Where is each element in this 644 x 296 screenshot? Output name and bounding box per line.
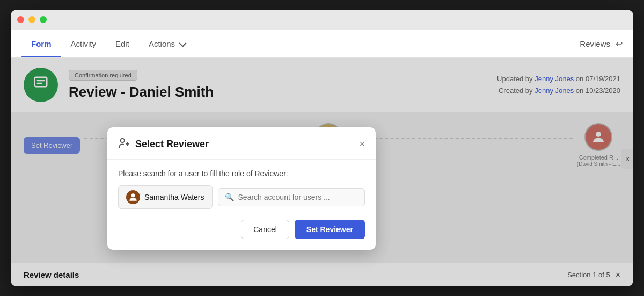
nav-tabs: Form Activity Edit Actions <box>21 30 194 57</box>
tab-actions[interactable]: Actions <box>139 30 194 57</box>
modal-footer: Cancel Set Reviewer <box>118 220 365 239</box>
chevron-down-icon <box>179 39 186 47</box>
reviews-label: Reviews <box>580 39 610 48</box>
minimize-button[interactable] <box>28 16 35 23</box>
modal-inputs: Samantha Waters 🔍 <box>118 185 365 209</box>
svg-point-8 <box>131 193 135 197</box>
nav-bar: Form Activity Edit Actions Reviews ↩ <box>11 30 633 58</box>
modal-body: Please search for a user to fill the rol… <box>107 160 376 250</box>
content-area: Confirmation required Review - Daniel Sm… <box>11 58 633 286</box>
modal-overlay: Select Reviewer × Please search for a us… <box>11 58 633 286</box>
set-reviewer-confirm-button[interactable]: Set Reviewer <box>295 220 365 239</box>
titlebar <box>11 10 633 30</box>
selected-user-chip[interactable]: Samantha Waters <box>118 185 213 209</box>
tab-activity[interactable]: Activity <box>61 30 106 57</box>
search-input-wrapper[interactable]: 🔍 <box>218 188 365 206</box>
search-icon: 🔍 <box>225 193 234 201</box>
close-button[interactable] <box>17 16 24 23</box>
tab-form[interactable]: Form <box>21 30 61 57</box>
user-search-input[interactable] <box>238 193 358 201</box>
selected-user-name: Samantha Waters <box>144 193 204 201</box>
refresh-icon[interactable]: ↩ <box>616 39 623 49</box>
select-reviewer-modal: Select Reviewer × Please search for a us… <box>107 127 376 250</box>
add-user-icon <box>118 137 130 151</box>
maximize-button[interactable] <box>40 16 47 23</box>
modal-close-button[interactable]: × <box>359 139 365 149</box>
nav-right: Reviews ↩ <box>580 39 623 49</box>
modal-description: Please search for a user to fill the rol… <box>118 169 365 178</box>
modal-title: Select Reviewer <box>135 139 354 150</box>
svg-point-5 <box>121 138 125 142</box>
user-avatar <box>126 190 140 204</box>
application-window: Form Activity Edit Actions Reviews ↩ <box>11 10 633 286</box>
cancel-button[interactable]: Cancel <box>241 220 289 239</box>
modal-header: Select Reviewer × <box>107 127 376 160</box>
tab-edit[interactable]: Edit <box>106 30 139 57</box>
